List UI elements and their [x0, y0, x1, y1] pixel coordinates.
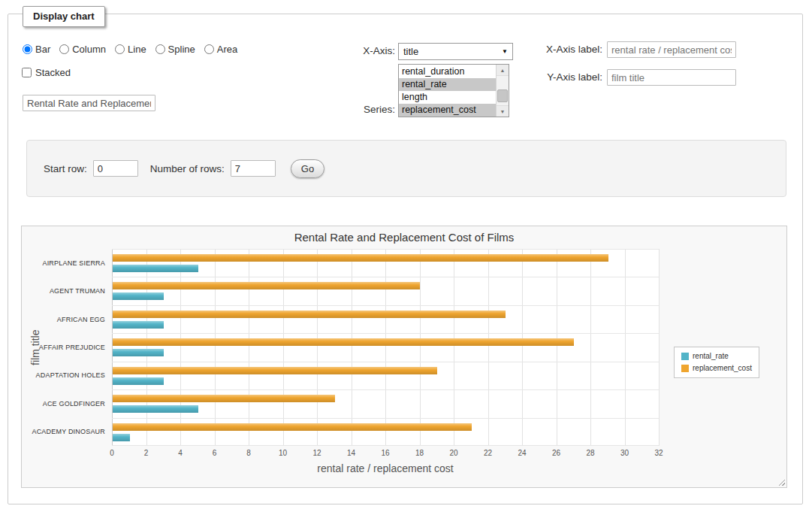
chart-type-option-spline[interactable]: Spline: [155, 44, 195, 55]
x-tick-label: 0: [110, 449, 114, 457]
start-row-input[interactable]: [93, 160, 138, 177]
stacked-row: Stacked: [22, 67, 71, 78]
series-option-rental_rate[interactable]: rental_rate: [399, 78, 496, 91]
stacked-checkbox[interactable]: [22, 68, 32, 77]
x-axis-label-caption: X-Axis label:: [524, 41, 602, 58]
x-axis-select[interactable]: title ▼: [398, 43, 513, 60]
x-tick-label: 20: [449, 449, 457, 457]
y-axis-label-input[interactable]: [607, 69, 736, 86]
x-tick-label: 10: [279, 449, 287, 457]
bar-replacement_cost[interactable]: [113, 338, 574, 346]
category-label: ACE GOLDFINGER: [38, 389, 109, 417]
chart-type-radio-line[interactable]: [115, 44, 125, 54]
scrollbar-thumb[interactable]: [497, 89, 508, 102]
num-rows-input[interactable]: [231, 160, 276, 177]
x-tick-label: 14: [347, 449, 355, 457]
chart-type-radio-column[interactable]: [59, 44, 69, 54]
bar-rental_rate[interactable]: [113, 434, 130, 441]
bar-replacement_cost[interactable]: [113, 254, 608, 262]
x-tick-label: 32: [654, 449, 663, 457]
legend-item-replacement_cost[interactable]: replacement_cost: [681, 364, 752, 372]
fieldset-legend: Display chart: [23, 6, 105, 27]
plot-area: [112, 249, 659, 446]
legend-label: rental_rate: [693, 352, 729, 360]
chart-type-radio-area[interactable]: [204, 44, 214, 54]
stacked-label: Stacked: [35, 67, 71, 78]
category-label: AGENT TRUMAN: [38, 277, 109, 304]
scroll-up-icon[interactable]: ▲: [497, 65, 509, 76]
chart-type-option-label: Bar: [35, 44, 50, 55]
chart-type-option-label: Line: [128, 44, 146, 55]
chart-type-option-column[interactable]: Column: [59, 44, 106, 55]
chart-type-option-label: Spline: [168, 44, 195, 55]
series-scrollbar[interactable]: ▲ ▼: [496, 65, 509, 117]
series-options: rental_durationrental_ratelengthreplacem…: [399, 65, 496, 117]
scroll-down-icon[interactable]: ▼: [497, 105, 509, 117]
bar-replacement_cost[interactable]: [113, 423, 472, 431]
bar-group: [112, 277, 659, 304]
legend-item-rental_rate[interactable]: rental_rate: [681, 352, 752, 360]
y-axis-label-caption: Y-Axis label:: [524, 69, 602, 86]
bar-rental_rate[interactable]: [113, 349, 164, 356]
bar-replacement_cost[interactable]: [113, 311, 506, 318]
x-tick-label: 8: [246, 449, 251, 457]
series-listbox[interactable]: rental_durationrental_ratelengthreplacem…: [398, 64, 509, 117]
series-option-rental_duration[interactable]: rental_duration: [399, 65, 496, 78]
category-label: ADAPTATION HOLES: [38, 362, 109, 389]
bar-group: [112, 305, 659, 333]
x-tick-label: 30: [620, 449, 629, 457]
chart-type-option-label: Column: [72, 44, 106, 55]
category-label: AFRICAN EGG: [38, 305, 109, 333]
series-option-replacement_cost[interactable]: replacement_cost: [399, 104, 496, 117]
bar-group: [112, 418, 659, 446]
chart-type-option-area[interactable]: Area: [204, 44, 237, 55]
category-label: ACADEMY DINOSAUR: [38, 418, 109, 446]
bar-rental_rate[interactable]: [113, 292, 164, 300]
x-axis-selected-value: title: [403, 46, 418, 57]
x-tick-label: 12: [312, 449, 321, 457]
legend-swatch: [681, 353, 689, 360]
bar-rental_rate[interactable]: [113, 405, 198, 413]
x-axis-caption: X-Axis:: [331, 43, 395, 59]
x-tick-label: 26: [552, 449, 560, 457]
x-tick-label: 16: [381, 449, 389, 457]
bar-replacement_cost[interactable]: [113, 367, 437, 374]
bar-rental_rate[interactable]: [113, 377, 164, 385]
series-caption: Series:: [331, 103, 395, 116]
x-tick-label: 24: [518, 449, 526, 457]
chart-type-radio-bar[interactable]: [23, 44, 32, 54]
start-row-label: Start row:: [44, 163, 87, 174]
chart-type-option-line[interactable]: Line: [115, 44, 146, 55]
chart-title: Rental Rate and Replacement Cost of Film…: [22, 231, 786, 244]
chart-panel: Rental Rate and Replacement Cost of Film…: [21, 226, 787, 488]
x-tick-label: 22: [484, 449, 492, 457]
chart-type-radio-spline[interactable]: [155, 44, 165, 54]
go-button[interactable]: Go: [291, 159, 324, 178]
chart-type-option-label: Area: [217, 44, 237, 55]
x-tick-label: 2: [144, 449, 149, 457]
bar-group: [112, 333, 659, 361]
chart-type-option-bar[interactable]: Bar: [23, 44, 50, 55]
x-tick-label: 4: [178, 449, 183, 457]
chart-title-input[interactable]: [23, 95, 155, 111]
series-option-length[interactable]: length: [399, 91, 496, 104]
bar-rental_rate[interactable]: [113, 265, 198, 272]
num-rows-label: Number of rows:: [150, 163, 225, 174]
bar-replacement_cost[interactable]: [113, 282, 420, 289]
bar-group: [112, 389, 659, 417]
category-label: AFFAIR PREJUDICE: [38, 333, 109, 361]
resize-handle-icon[interactable]: [777, 477, 785, 486]
x-axis-title: rental rate / replacement cost: [112, 462, 659, 474]
bar-group: [112, 249, 659, 277]
x-axis-ticks: 02468101214161820222426283032: [112, 449, 659, 459]
x-axis-label-input[interactable]: [607, 41, 736, 58]
legend-swatch: [681, 365, 689, 372]
page: Display chart BarColumnLineSplineArea St…: [0, 0, 812, 512]
v-gridline: [659, 249, 660, 446]
bar-rental_rate[interactable]: [113, 321, 164, 329]
bar-replacement_cost[interactable]: [113, 395, 335, 402]
chart-legend: rental_ratereplacement_cost: [674, 347, 759, 378]
chevron-down-icon: ▼: [502, 48, 508, 55]
category-labels: AIRPLANE SIERRAAGENT TRUMANAFRICAN EGGAF…: [38, 249, 109, 446]
x-tick-label: 28: [586, 449, 594, 457]
